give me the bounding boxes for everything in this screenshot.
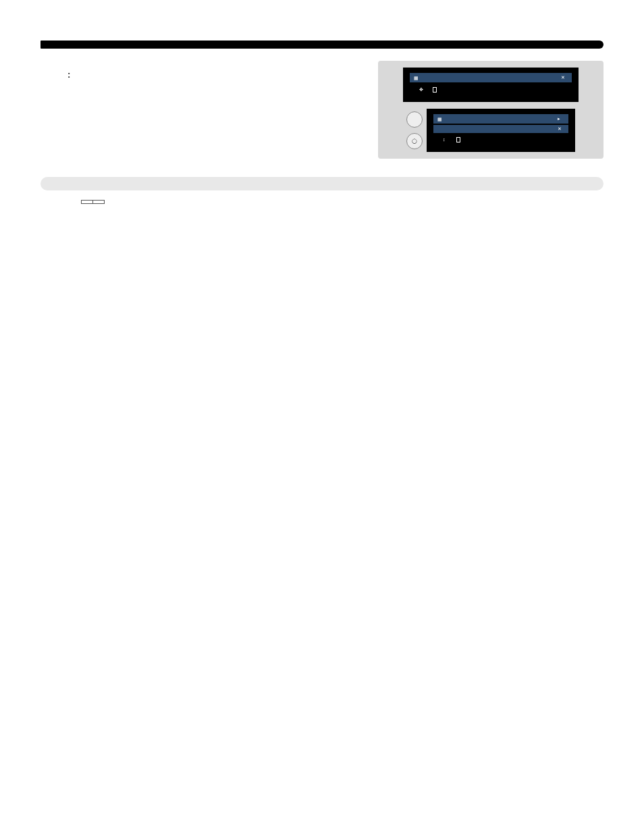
monitor-out-signals-table [81,200,105,204]
cursor-pad-icon: ◯ [406,133,423,149]
osd2-footer: ↕ [433,134,568,142]
updown-icon: ↕ [443,137,450,142]
osd-set-monitor-out: ▦ ▸ ✕ ↕ [427,109,575,152]
page-title-bar [41,41,603,49]
move-icon: ✥ [419,87,426,93]
sel-badge [433,87,437,93]
monitor-term: : [68,70,367,80]
osd1-title-row: ▦ ✕ [410,73,572,82]
exit-button-icon [406,111,423,128]
close-icon: ✕ [561,75,568,80]
sel-badge [456,137,460,142]
osd2-title-row: ▦ ▸ [433,114,568,124]
osd-preview-panel: ▦ ✕ ✥ ◯ [378,61,603,159]
osd-setup-menu: ▦ ✕ ✥ [403,68,579,102]
osd1-footer: ✥ [410,84,572,93]
osd2-subtitle: ✕ [433,125,568,133]
menu-icon: ▦ [414,76,421,81]
note-box [41,177,603,190]
